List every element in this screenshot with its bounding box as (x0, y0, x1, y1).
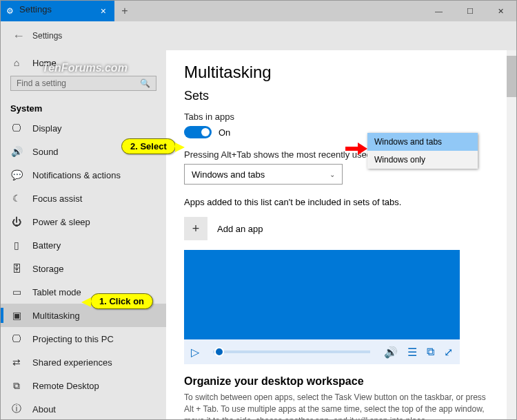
sidebar-item-label: Display (32, 123, 62, 134)
annotation-arrow (345, 144, 366, 154)
search-placeholder: Find a setting (17, 78, 66, 88)
sidebar-icon: 🖵 (10, 123, 23, 134)
titlebar: ⚙ Settings × + — ☐ ✕ (1, 1, 516, 21)
sidebar-icon: ▭ (10, 286, 23, 297)
window-close-button[interactable]: ✕ (485, 1, 516, 21)
sidebar-icon: ⇄ (10, 357, 23, 368)
sidebar-item-label: Storage (32, 264, 64, 274)
video-seek[interactable] (213, 350, 370, 353)
sidebar-item-battery[interactable]: ▯Battery (1, 233, 166, 257)
annotation-callout: 1. Click on (90, 293, 153, 309)
sidebar-item-home[interactable]: ⌂ Home (1, 54, 166, 72)
sidebar-item-label: Battery (32, 240, 61, 251)
pip-icon[interactable]: ⧉ (427, 346, 434, 358)
chevron-down-icon: ⌄ (330, 171, 335, 178)
fullscreen-icon[interactable]: ⤢ (444, 346, 453, 359)
page-title: Multitasking (184, 63, 498, 82)
alttab-dropdown[interactable]: Windows and tabs ⌄ (184, 164, 343, 185)
captions-icon[interactable]: ☰ (407, 346, 417, 359)
sidebar-item-remote-desktop[interactable]: ⧉Remote Desktop (1, 374, 166, 397)
sidebar-item-label: Focus assist (32, 193, 82, 204)
section-title: Organize your desktop workspace (184, 375, 498, 388)
search-icon: 🔍 (140, 78, 150, 88)
sidebar-item-notifications-actions[interactable]: 💬Notifications & actions (1, 163, 166, 187)
sidebar-item-label: Multitasking (32, 311, 80, 321)
toggle-state: On (219, 127, 230, 138)
section-description: To switch between open apps, select the … (184, 392, 487, 420)
dropdown-option[interactable]: Windows only (367, 151, 478, 169)
dropdown-option[interactable]: Windows and tabs (367, 133, 478, 151)
sidebar-icon: ⓘ (10, 403, 23, 415)
sidebar-icon: ▯ (10, 240, 23, 251)
home-icon: ⌂ (10, 57, 23, 68)
back-button[interactable]: ← (9, 29, 28, 43)
sidebar-item-projecting-to-this-pc[interactable]: 🖵Projecting to this PC (1, 327, 166, 350)
sidebar-item-shared-experiences[interactable]: ⇄Shared experiences (1, 350, 166, 374)
sidebar-item-label: Home (32, 58, 57, 68)
add-app-button[interactable]: + Add an app (184, 217, 498, 240)
sidebar-icon: ▣ (10, 310, 23, 321)
add-app-label: Add an app (217, 224, 263, 234)
plus-icon: + (184, 217, 207, 240)
dropdown-popup: Windows and tabs Windows only (367, 133, 478, 169)
volume-icon[interactable]: 🔊 (384, 346, 398, 359)
minimize-button[interactable]: — (423, 1, 454, 21)
content: Multitasking Sets Tabs in apps On Pressi… (166, 50, 516, 420)
search-input[interactable]: Find a setting 🔍 (10, 76, 156, 91)
sidebar-item-label: About (32, 404, 56, 414)
section-title: Sets (184, 89, 498, 103)
video-preview[interactable] (184, 250, 460, 339)
sidebar-item-label: Power & sleep (32, 217, 90, 227)
sidebar-item-label: Remote Desktop (32, 381, 99, 391)
app-tab[interactable]: ⚙ Settings × (1, 1, 114, 21)
sidebar-item-power-sleep[interactable]: ⏻Power & sleep (1, 210, 166, 233)
gear-icon: ⚙ (6, 6, 14, 16)
setting-note: Apps added to this list can't be include… (184, 197, 498, 207)
sidebar-icon: 🔊 (10, 146, 23, 157)
sidebar-icon: 💬 (10, 169, 23, 180)
play-icon[interactable]: ▷ (191, 346, 199, 359)
sidebar-item-display[interactable]: 🖵Display (1, 116, 166, 140)
sidebar-item-label: Tablet mode (32, 287, 81, 297)
sidebar-icon: 🖵 (10, 333, 23, 344)
header-title: Settings (32, 31, 62, 41)
toggle-track (184, 126, 212, 138)
sidebar-item-label: Shared experiences (32, 357, 112, 368)
sidebar-icon: ⧉ (10, 380, 23, 392)
setting-label: Tabs in apps (184, 112, 498, 122)
new-tab-button[interactable]: + (114, 1, 135, 21)
sidebar-group: System (1, 98, 166, 116)
header: ← Settings (1, 21, 516, 50)
maximize-button[interactable]: ☐ (454, 1, 485, 21)
dropdown-value: Windows and tabs (192, 169, 265, 180)
tab-close-icon[interactable]: × (98, 6, 109, 17)
sidebar-icon: 🗄 (10, 263, 23, 274)
tab-label: Settings (19, 4, 98, 14)
video-controls: ▷ 🔊 ☰ ⧉ ⤢ (184, 339, 460, 364)
sidebar-icon: ☾ (10, 193, 23, 204)
sidebar: ⌂ Home Find a setting 🔍 System 🖵Display🔊… (1, 50, 166, 420)
sidebar-item-storage[interactable]: 🗄Storage (1, 257, 166, 280)
sidebar-item-label: Sound (32, 147, 59, 157)
sidebar-item-focus-assist[interactable]: ☾Focus assist (1, 187, 166, 210)
scrollbar[interactable] (507, 50, 516, 420)
annotation-callout: 2. Select (121, 138, 176, 154)
sidebar-icon: ⏻ (10, 216, 23, 227)
sidebar-item-label: Notifications & actions (32, 170, 121, 180)
sidebar-item-label: Projecting to this PC (32, 334, 114, 344)
sidebar-item-about[interactable]: ⓘAbout (1, 397, 166, 420)
